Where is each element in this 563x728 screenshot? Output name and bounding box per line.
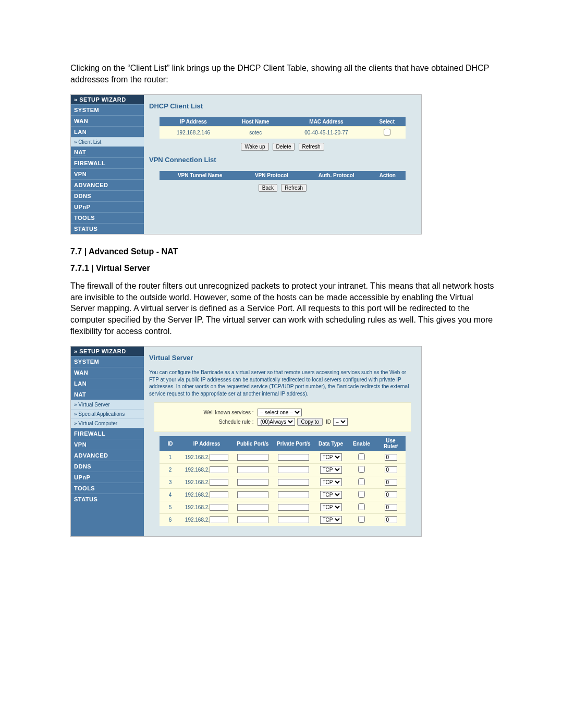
data-type-select[interactable]: TCP [320,466,342,474]
refresh-button-2[interactable]: Refresh [281,184,307,192]
sidebar-subitem-special-applications[interactable]: » Special Applications [71,409,144,418]
setup-wizard-link[interactable]: » SETUP WIZARD [71,347,144,356]
cell-use-rule [376,514,406,526]
private-port-input[interactable] [278,479,309,486]
setup-wizard-link[interactable]: » SETUP WIZARD [71,95,144,104]
enable-checkbox[interactable] [358,466,365,473]
public-port-input[interactable] [237,466,268,473]
private-port-input[interactable] [278,504,309,511]
wake-up-button[interactable]: Wake up [241,143,268,151]
private-port-input[interactable] [278,466,309,473]
cell-private-port [273,451,314,464]
ip-suffix-input[interactable] [210,466,228,473]
select-checkbox[interactable] [384,129,390,135]
cell-enable [347,451,376,464]
sidebar-item-nat[interactable]: NAT [71,389,144,400]
enable-checkbox[interactable] [358,503,365,510]
sidebar-item-firewall[interactable]: FIREWALL [71,428,144,439]
sidebar-item-firewall[interactable]: FIREWALL [71,157,144,168]
refresh-button[interactable]: Refresh [299,143,324,151]
data-type-select[interactable]: TCP [320,491,342,499]
dhcp-client-table: IP Address Host Name MAC Address Select … [160,117,405,139]
public-port-input[interactable] [237,504,268,511]
sidebar-item-upnp[interactable]: UPnP [71,472,144,483]
schedule-rule-select[interactable]: (00)Always [258,418,295,426]
cell-public-port [232,464,273,476]
cell-private-port [273,476,314,489]
sidebar-item-ddns[interactable]: DDNS [71,190,144,201]
cell-public-port [232,451,273,464]
sidebar-item-tools[interactable]: TOOLS [71,212,144,223]
sidebar-item-status[interactable]: STATUS [71,223,144,234]
use-rule-input[interactable] [385,491,397,498]
private-port-input[interactable] [278,491,309,498]
cell-ip: 192.168.2. [180,451,232,464]
cell-id: 4 [160,489,180,501]
data-type-select[interactable]: TCP [320,453,342,461]
vpn-connection-table: VPN Tunnel Name VPN Protocol Auth. Proto… [160,171,405,180]
sidebar-item-ddns[interactable]: DDNS [71,461,144,472]
sidebar-item-advanced[interactable]: ADVANCED [71,450,144,461]
sidebar-item-vpn[interactable]: VPN [71,168,144,179]
use-rule-input[interactable] [385,454,397,461]
sidebar-item-upnp[interactable]: UPnP [71,201,144,212]
id-select[interactable]: – [333,418,348,426]
sidebar-item-wan[interactable]: WAN [71,367,144,378]
sidebar-item-system[interactable]: SYSTEM [71,104,144,115]
col-mac-address: MAC Address [284,117,369,127]
use-rule-input[interactable] [385,466,397,473]
cell-id: 5 [160,501,180,514]
sidebar-item-advanced[interactable]: ADVANCED [71,179,144,190]
sidebar-item-system[interactable]: SYSTEM [71,356,144,367]
public-port-input[interactable] [237,479,268,486]
delete-button[interactable]: Delete [273,143,295,151]
cell-ip: 192.168.2. [180,476,232,489]
ip-suffix-input[interactable] [210,491,228,498]
data-type-select[interactable]: TCP [320,478,342,486]
public-port-input[interactable] [237,491,268,498]
sidebar-subitem-virtual-server[interactable]: » Virtual Server [71,400,144,409]
use-rule-input[interactable] [385,479,397,486]
col-ip-address: IP Address [160,117,227,127]
private-port-input[interactable] [278,454,309,461]
sidebar-item-status[interactable]: STATUS [71,493,144,504]
cell-id: 2 [160,464,180,476]
use-rule-input[interactable] [385,516,397,523]
copy-to-button[interactable]: Copy to [297,418,322,426]
public-port-input[interactable] [237,516,268,523]
sidebar-item-vpn[interactable]: VPN [71,439,144,450]
sidebar-item-lan[interactable]: LAN [71,378,144,389]
col-ip-address: IP Address [180,436,232,451]
cell-ip: 192.168.2. [180,514,232,526]
public-port-input[interactable] [237,454,268,461]
sidebar-item-nat[interactable]: NAT [71,146,144,157]
sidebar-item-wan[interactable]: WAN [71,115,144,126]
cell-private-port [273,501,314,514]
sidebar-item-tools[interactable]: TOOLS [71,483,144,493]
enable-checkbox[interactable] [358,478,365,485]
col-auth-protocol: Auth. Protocol [303,171,370,180]
ip-suffix-input[interactable] [210,454,228,461]
back-button[interactable]: Back [259,184,277,192]
ip-suffix-input[interactable] [210,479,228,486]
private-port-input[interactable] [278,516,309,523]
ip-suffix-input[interactable] [210,504,228,511]
data-type-select[interactable]: TCP [320,516,342,524]
enable-checkbox[interactable] [358,516,365,523]
data-type-select[interactable]: TCP [320,503,342,511]
col-vpn-protocol: VPN Protocol [240,171,303,180]
sidebar-item-lan[interactable]: LAN [71,126,144,137]
col-host-name: Host Name [227,117,284,127]
sidebar-subitem-client-list[interactable]: » Client List [71,137,144,146]
heading-7-7: 7.7 | Advanced Setup - NAT [70,247,495,256]
well-known-services-select[interactable]: – select one – [258,409,302,416]
cell-id: 3 [160,476,180,489]
sidebar-subitem-virtual-computer[interactable]: » Virtual Computer [71,418,144,428]
content-virtual-server: Virtual Server You can configure the Bar… [144,347,421,536]
cell-ip: 192.168.2. [180,489,232,501]
ip-suffix-input[interactable] [210,516,228,523]
use-rule-input[interactable] [385,504,397,511]
enable-checkbox[interactable] [358,453,365,460]
enable-checkbox[interactable] [358,491,365,498]
col-enable: Enable [347,436,376,451]
